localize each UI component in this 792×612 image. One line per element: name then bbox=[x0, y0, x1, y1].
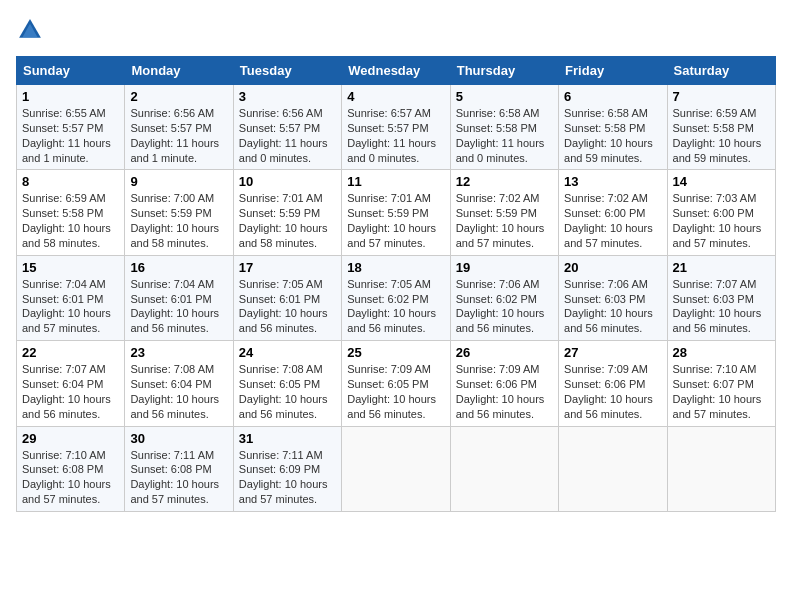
day-info: Sunrise: 7:04 AM Sunset: 6:01 PM Dayligh… bbox=[22, 277, 119, 336]
day-number: 3 bbox=[239, 89, 336, 104]
day-info: Sunrise: 7:06 AM Sunset: 6:02 PM Dayligh… bbox=[456, 277, 553, 336]
day-cell-26: 26 Sunrise: 7:09 AM Sunset: 6:06 PM Dayl… bbox=[450, 341, 558, 426]
day-info: Sunrise: 7:09 AM Sunset: 6:06 PM Dayligh… bbox=[564, 362, 661, 421]
day-info: Sunrise: 7:11 AM Sunset: 6:09 PM Dayligh… bbox=[239, 448, 336, 507]
column-header-sunday: Sunday bbox=[17, 57, 125, 85]
logo-icon bbox=[16, 16, 44, 44]
day-number: 25 bbox=[347, 345, 444, 360]
day-number: 31 bbox=[239, 431, 336, 446]
day-cell-15: 15 Sunrise: 7:04 AM Sunset: 6:01 PM Dayl… bbox=[17, 255, 125, 340]
day-cell-25: 25 Sunrise: 7:09 AM Sunset: 6:05 PM Dayl… bbox=[342, 341, 450, 426]
empty-cell bbox=[559, 426, 667, 511]
day-number: 10 bbox=[239, 174, 336, 189]
empty-cell bbox=[667, 426, 775, 511]
day-number: 8 bbox=[22, 174, 119, 189]
day-number: 20 bbox=[564, 260, 661, 275]
day-cell-31: 31 Sunrise: 7:11 AM Sunset: 6:09 PM Dayl… bbox=[233, 426, 341, 511]
day-cell-14: 14 Sunrise: 7:03 AM Sunset: 6:00 PM Dayl… bbox=[667, 170, 775, 255]
day-cell-27: 27 Sunrise: 7:09 AM Sunset: 6:06 PM Dayl… bbox=[559, 341, 667, 426]
calendar-table: SundayMondayTuesdayWednesdayThursdayFrid… bbox=[16, 56, 776, 512]
day-number: 16 bbox=[130, 260, 227, 275]
day-cell-24: 24 Sunrise: 7:08 AM Sunset: 6:05 PM Dayl… bbox=[233, 341, 341, 426]
day-cell-1: 1 Sunrise: 6:55 AM Sunset: 5:57 PM Dayli… bbox=[17, 85, 125, 170]
day-cell-3: 3 Sunrise: 6:56 AM Sunset: 5:57 PM Dayli… bbox=[233, 85, 341, 170]
day-info: Sunrise: 7:10 AM Sunset: 6:07 PM Dayligh… bbox=[673, 362, 770, 421]
day-cell-16: 16 Sunrise: 7:04 AM Sunset: 6:01 PM Dayl… bbox=[125, 255, 233, 340]
day-number: 21 bbox=[673, 260, 770, 275]
day-number: 29 bbox=[22, 431, 119, 446]
day-cell-17: 17 Sunrise: 7:05 AM Sunset: 6:01 PM Dayl… bbox=[233, 255, 341, 340]
day-info: Sunrise: 7:08 AM Sunset: 6:04 PM Dayligh… bbox=[130, 362, 227, 421]
empty-cell bbox=[450, 426, 558, 511]
day-cell-30: 30 Sunrise: 7:11 AM Sunset: 6:08 PM Dayl… bbox=[125, 426, 233, 511]
day-number: 17 bbox=[239, 260, 336, 275]
day-cell-29: 29 Sunrise: 7:10 AM Sunset: 6:08 PM Dayl… bbox=[17, 426, 125, 511]
day-number: 6 bbox=[564, 89, 661, 104]
day-info: Sunrise: 6:55 AM Sunset: 5:57 PM Dayligh… bbox=[22, 106, 119, 165]
day-info: Sunrise: 7:05 AM Sunset: 6:02 PM Dayligh… bbox=[347, 277, 444, 336]
day-info: Sunrise: 6:58 AM Sunset: 5:58 PM Dayligh… bbox=[456, 106, 553, 165]
empty-cell bbox=[342, 426, 450, 511]
day-cell-4: 4 Sunrise: 6:57 AM Sunset: 5:57 PM Dayli… bbox=[342, 85, 450, 170]
week-row-2: 8 Sunrise: 6:59 AM Sunset: 5:58 PM Dayli… bbox=[17, 170, 776, 255]
day-info: Sunrise: 7:07 AM Sunset: 6:03 PM Dayligh… bbox=[673, 277, 770, 336]
column-header-saturday: Saturday bbox=[667, 57, 775, 85]
logo bbox=[16, 16, 48, 44]
day-info: Sunrise: 6:57 AM Sunset: 5:57 PM Dayligh… bbox=[347, 106, 444, 165]
day-cell-22: 22 Sunrise: 7:07 AM Sunset: 6:04 PM Dayl… bbox=[17, 341, 125, 426]
week-row-5: 29 Sunrise: 7:10 AM Sunset: 6:08 PM Dayl… bbox=[17, 426, 776, 511]
day-info: Sunrise: 7:01 AM Sunset: 5:59 PM Dayligh… bbox=[239, 191, 336, 250]
day-cell-6: 6 Sunrise: 6:58 AM Sunset: 5:58 PM Dayli… bbox=[559, 85, 667, 170]
column-header-wednesday: Wednesday bbox=[342, 57, 450, 85]
column-header-monday: Monday bbox=[125, 57, 233, 85]
column-header-friday: Friday bbox=[559, 57, 667, 85]
day-number: 7 bbox=[673, 89, 770, 104]
day-info: Sunrise: 7:04 AM Sunset: 6:01 PM Dayligh… bbox=[130, 277, 227, 336]
day-cell-18: 18 Sunrise: 7:05 AM Sunset: 6:02 PM Dayl… bbox=[342, 255, 450, 340]
day-info: Sunrise: 7:09 AM Sunset: 6:06 PM Dayligh… bbox=[456, 362, 553, 421]
week-row-4: 22 Sunrise: 7:07 AM Sunset: 6:04 PM Dayl… bbox=[17, 341, 776, 426]
day-info: Sunrise: 7:05 AM Sunset: 6:01 PM Dayligh… bbox=[239, 277, 336, 336]
day-info: Sunrise: 7:02 AM Sunset: 5:59 PM Dayligh… bbox=[456, 191, 553, 250]
day-info: Sunrise: 7:02 AM Sunset: 6:00 PM Dayligh… bbox=[564, 191, 661, 250]
day-number: 30 bbox=[130, 431, 227, 446]
day-info: Sunrise: 7:08 AM Sunset: 6:05 PM Dayligh… bbox=[239, 362, 336, 421]
day-cell-20: 20 Sunrise: 7:06 AM Sunset: 6:03 PM Dayl… bbox=[559, 255, 667, 340]
day-number: 11 bbox=[347, 174, 444, 189]
day-info: Sunrise: 6:59 AM Sunset: 5:58 PM Dayligh… bbox=[22, 191, 119, 250]
page-header bbox=[16, 16, 776, 44]
day-number: 23 bbox=[130, 345, 227, 360]
column-header-thursday: Thursday bbox=[450, 57, 558, 85]
day-cell-7: 7 Sunrise: 6:59 AM Sunset: 5:58 PM Dayli… bbox=[667, 85, 775, 170]
day-number: 9 bbox=[130, 174, 227, 189]
day-number: 22 bbox=[22, 345, 119, 360]
day-number: 2 bbox=[130, 89, 227, 104]
day-number: 24 bbox=[239, 345, 336, 360]
day-info: Sunrise: 6:56 AM Sunset: 5:57 PM Dayligh… bbox=[130, 106, 227, 165]
day-info: Sunrise: 6:58 AM Sunset: 5:58 PM Dayligh… bbox=[564, 106, 661, 165]
day-number: 13 bbox=[564, 174, 661, 189]
day-info: Sunrise: 7:10 AM Sunset: 6:08 PM Dayligh… bbox=[22, 448, 119, 507]
day-number: 15 bbox=[22, 260, 119, 275]
column-header-tuesday: Tuesday bbox=[233, 57, 341, 85]
day-info: Sunrise: 7:11 AM Sunset: 6:08 PM Dayligh… bbox=[130, 448, 227, 507]
day-cell-9: 9 Sunrise: 7:00 AM Sunset: 5:59 PM Dayli… bbox=[125, 170, 233, 255]
day-cell-23: 23 Sunrise: 7:08 AM Sunset: 6:04 PM Dayl… bbox=[125, 341, 233, 426]
header-row: SundayMondayTuesdayWednesdayThursdayFrid… bbox=[17, 57, 776, 85]
day-cell-12: 12 Sunrise: 7:02 AM Sunset: 5:59 PM Dayl… bbox=[450, 170, 558, 255]
day-cell-8: 8 Sunrise: 6:59 AM Sunset: 5:58 PM Dayli… bbox=[17, 170, 125, 255]
day-info: Sunrise: 6:56 AM Sunset: 5:57 PM Dayligh… bbox=[239, 106, 336, 165]
day-info: Sunrise: 7:01 AM Sunset: 5:59 PM Dayligh… bbox=[347, 191, 444, 250]
day-cell-28: 28 Sunrise: 7:10 AM Sunset: 6:07 PM Dayl… bbox=[667, 341, 775, 426]
day-cell-21: 21 Sunrise: 7:07 AM Sunset: 6:03 PM Dayl… bbox=[667, 255, 775, 340]
day-number: 5 bbox=[456, 89, 553, 104]
day-number: 28 bbox=[673, 345, 770, 360]
day-number: 27 bbox=[564, 345, 661, 360]
day-info: Sunrise: 7:03 AM Sunset: 6:00 PM Dayligh… bbox=[673, 191, 770, 250]
day-cell-11: 11 Sunrise: 7:01 AM Sunset: 5:59 PM Dayl… bbox=[342, 170, 450, 255]
day-info: Sunrise: 7:00 AM Sunset: 5:59 PM Dayligh… bbox=[130, 191, 227, 250]
day-info: Sunrise: 7:07 AM Sunset: 6:04 PM Dayligh… bbox=[22, 362, 119, 421]
week-row-3: 15 Sunrise: 7:04 AM Sunset: 6:01 PM Dayl… bbox=[17, 255, 776, 340]
day-info: Sunrise: 6:59 AM Sunset: 5:58 PM Dayligh… bbox=[673, 106, 770, 165]
day-info: Sunrise: 7:09 AM Sunset: 6:05 PM Dayligh… bbox=[347, 362, 444, 421]
